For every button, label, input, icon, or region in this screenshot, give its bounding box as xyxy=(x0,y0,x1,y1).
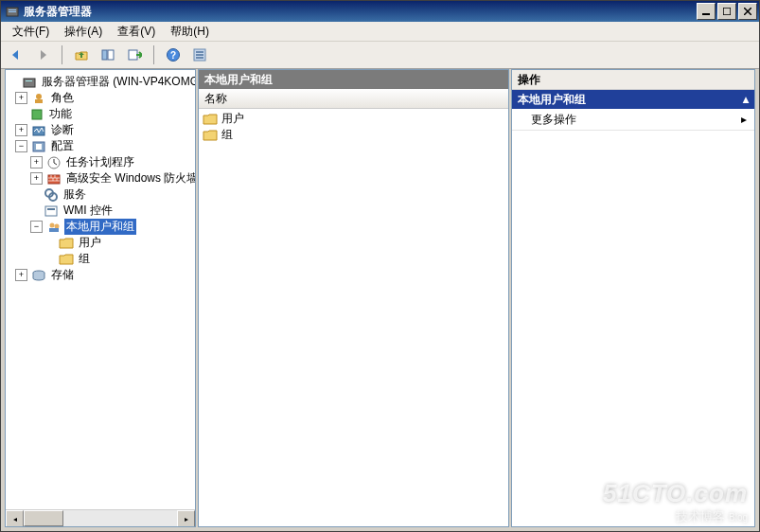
toolbar: ? xyxy=(1,42,759,69)
chevron-right-icon: ▸ xyxy=(741,113,747,126)
users-groups-icon xyxy=(46,220,62,235)
svg-rect-1 xyxy=(9,9,16,10)
tree-wmi[interactable]: WMI 控件 xyxy=(6,203,195,219)
features-icon xyxy=(29,107,44,122)
svg-rect-4 xyxy=(723,8,731,15)
actions-section-title: 本地用户和组 xyxy=(518,92,586,108)
server-icon xyxy=(22,75,37,90)
menu-view[interactable]: 查看(V) xyxy=(110,22,163,42)
actions-more[interactable]: 更多操作 ▸ xyxy=(512,109,754,131)
diagnostics-icon xyxy=(31,123,46,138)
tree-configuration[interactable]: − 配置 xyxy=(6,138,195,154)
menu-action[interactable]: 操作(A) xyxy=(57,22,110,42)
folder-icon xyxy=(203,113,218,125)
svg-rect-3 xyxy=(702,13,710,15)
list-item-users[interactable]: 用户 xyxy=(199,111,508,127)
tree-label: 功能 xyxy=(47,106,74,122)
tree-label: 配置 xyxy=(49,138,76,154)
services-icon xyxy=(44,187,59,203)
window-title: 服务器管理器 xyxy=(24,4,697,20)
tree-root[interactable]: 服务器管理器 (WIN-VP4KOMGQQ9 xyxy=(6,74,195,90)
tree-expander-plus-icon[interactable]: + xyxy=(30,156,43,168)
tree-expander-plus-icon[interactable]: + xyxy=(15,124,27,136)
menu-file[interactable]: 文件(F) xyxy=(5,22,57,42)
nav-back-button[interactable] xyxy=(5,44,27,66)
tree-panel: 服务器管理器 (WIN-VP4KOMGQQ9 + 角色 功能 + 诊断 xyxy=(5,69,196,527)
help-button[interactable]: ? xyxy=(162,44,185,66)
tree-expander-minus-icon[interactable]: − xyxy=(15,140,27,152)
client-area: 服务器管理器 (WIN-VP4KOMGQQ9 + 角色 功能 + 诊断 xyxy=(5,69,755,527)
expander-empty xyxy=(15,109,26,119)
configuration-icon xyxy=(31,139,46,154)
svg-rect-5 xyxy=(102,50,107,60)
export-list-button[interactable] xyxy=(123,44,146,66)
up-folder-button[interactable] xyxy=(70,44,93,66)
tree-expander-plus-icon[interactable]: + xyxy=(15,92,27,104)
svg-rect-13 xyxy=(196,57,203,59)
server-manager-icon xyxy=(5,4,20,19)
actions-section-header[interactable]: 本地用户和组 ▴ xyxy=(512,90,754,109)
folder-icon xyxy=(59,252,74,267)
tree-label: WMI 控件 xyxy=(62,203,115,219)
collapse-up-icon[interactable]: ▴ xyxy=(743,93,749,106)
tree-services[interactable]: 服务 xyxy=(6,186,195,203)
scroll-track[interactable] xyxy=(24,510,177,526)
list-title: 本地用户和组 xyxy=(199,70,508,89)
tree-expander-minus-icon[interactable]: − xyxy=(30,221,43,233)
svg-rect-11 xyxy=(196,51,203,53)
list-column-header-name[interactable]: 名称 xyxy=(199,89,508,109)
wmi-icon xyxy=(44,204,59,219)
tree-features[interactable]: 功能 xyxy=(6,106,195,122)
tree-storage[interactable]: + 存储 xyxy=(6,267,195,283)
nav-forward-button[interactable] xyxy=(31,44,54,66)
svg-rect-2 xyxy=(9,11,16,12)
tree-firewall[interactable]: + 高级安全 Windows 防火墙 xyxy=(6,170,195,186)
properties-button[interactable] xyxy=(188,44,211,66)
tree-task-scheduler[interactable]: + 任务计划程序 xyxy=(6,154,195,170)
window-controls xyxy=(697,3,759,20)
svg-rect-17 xyxy=(35,99,43,103)
tree-users[interactable]: 用户 xyxy=(6,235,195,251)
svg-rect-23 xyxy=(48,175,60,184)
menu-help[interactable]: 帮助(H) xyxy=(163,22,217,42)
scroll-right-button[interactable]: ▸ xyxy=(177,510,195,527)
titlebar[interactable]: 服务器管理器 xyxy=(1,1,759,22)
svg-rect-14 xyxy=(24,79,35,87)
navigation-tree[interactable]: 服务器管理器 (WIN-VP4KOMGQQ9 + 角色 功能 + 诊断 xyxy=(6,70,195,287)
svg-rect-26 xyxy=(45,206,57,216)
clock-icon xyxy=(46,155,62,170)
tree-label: 用户 xyxy=(77,235,103,251)
tree-label: 服务器管理器 (WIN-VP4KOMGQQ9 xyxy=(40,74,196,90)
minimize-button[interactable] xyxy=(697,3,716,20)
tree-roles[interactable]: + 角色 xyxy=(6,90,195,106)
scroll-left-button[interactable]: ◂ xyxy=(6,510,24,527)
show-hide-tree-button[interactable] xyxy=(97,44,119,66)
actions-panel: 操作 本地用户和组 ▴ 更多操作 ▸ xyxy=(511,69,755,527)
tree-local-users-groups[interactable]: − 本地用户和组 xyxy=(6,219,195,235)
tree-label: 任务计划程序 xyxy=(64,154,136,170)
close-button[interactable] xyxy=(738,3,757,20)
horizontal-scrollbar[interactable]: ◂ ▸ xyxy=(6,509,195,526)
tree-diagnostics[interactable]: + 诊断 xyxy=(6,122,195,138)
tree-label: 组 xyxy=(77,251,92,267)
tree-groups[interactable]: 组 xyxy=(6,251,195,267)
actions-header: 操作 xyxy=(512,70,754,90)
tree-label: 存储 xyxy=(49,267,76,283)
svg-text:?: ? xyxy=(170,50,176,61)
svg-rect-21 xyxy=(36,144,42,150)
list-item-label: 用户 xyxy=(221,111,244,127)
maximize-button[interactable] xyxy=(717,3,736,20)
storage-icon xyxy=(31,268,46,283)
tree-label: 服务 xyxy=(62,186,88,203)
firewall-icon xyxy=(46,171,62,186)
scroll-thumb[interactable] xyxy=(24,510,63,526)
toolbar-separator xyxy=(62,45,62,64)
tree-label: 角色 xyxy=(49,90,76,106)
menubar: 文件(F) 操作(A) 查看(V) 帮助(H) xyxy=(1,22,759,42)
actions-item-label: 更多操作 xyxy=(531,112,576,128)
tree-expander-plus-icon[interactable]: + xyxy=(30,172,43,185)
tree-expander-plus-icon[interactable]: + xyxy=(15,269,27,281)
roles-icon xyxy=(31,91,46,106)
svg-rect-7 xyxy=(129,50,137,60)
list-item-groups[interactable]: 组 xyxy=(199,127,508,143)
